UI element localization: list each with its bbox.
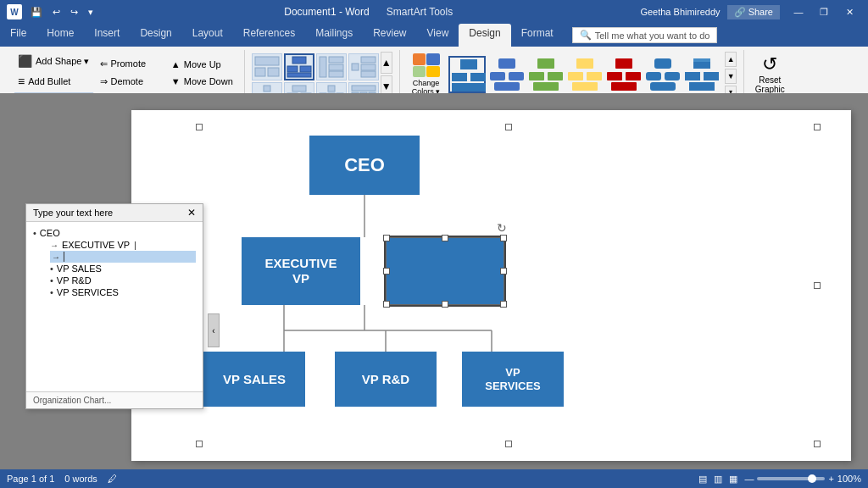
smartart-style-7[interactable] — [682, 56, 720, 93]
tab-home[interactable]: Home — [36, 24, 84, 47]
tab-view[interactable]: View — [417, 24, 459, 47]
arrow-empty: → — [52, 252, 60, 262]
tab-mailings[interactable]: Mailings — [305, 24, 363, 47]
reset-graphic-btn[interactable]: ↺ ResetGraphic — [751, 52, 788, 96]
layout-item-1[interactable] — [252, 53, 282, 80]
text-pane-item-empty[interactable]: → — [50, 251, 196, 263]
tell-me-input[interactable]: 🔍 Tell me what you want to do — [572, 27, 718, 43]
smartart-style-4[interactable] — [565, 56, 603, 93]
text-cursor-exec-vp: | — [134, 240, 136, 250]
vp-rd-box[interactable]: VP R&D — [335, 352, 437, 407]
tab-smartart-design[interactable]: Design — [459, 24, 510, 47]
maximize-btn[interactable]: ❐ — [812, 3, 836, 20]
svg-rect-60 — [685, 72, 700, 80]
handle-bottom[interactable] — [505, 441, 512, 447]
arrow-exec-vp: → — [50, 241, 58, 250]
promote-btn[interactable]: ⇐ Promote — [96, 56, 165, 72]
selected-box[interactable]: ↻ — [386, 237, 504, 305]
add-bullet-btn[interactable]: ≡ Add Bullet — [14, 72, 94, 91]
sel-handle-bm[interactable] — [442, 301, 448, 308]
handle-top[interactable] — [505, 124, 512, 130]
vp-sales-box[interactable]: VP SALES — [203, 352, 305, 407]
tab-file[interactable]: File — [0, 24, 36, 47]
handle-right[interactable] — [814, 282, 821, 289]
svg-rect-7 — [320, 57, 326, 77]
layouts-scroll-up[interactable]: ▲ — [381, 52, 392, 74]
text-pane-item-vp-services: • VP SERVICES — [50, 286, 196, 298]
move-down-btn[interactable]: ▼ Move Down — [167, 74, 237, 89]
undo-qat-btn[interactable]: ↩ — [49, 5, 64, 19]
view-btn-read[interactable]: ▤ — [698, 474, 707, 485]
sel-handle-tm[interactable] — [442, 235, 448, 241]
text-pane-title: Type your text here — [33, 208, 113, 218]
svg-rect-50 — [572, 82, 598, 91]
bullet-vp-services: • — [50, 287, 53, 297]
sel-handle-br[interactable] — [500, 301, 507, 308]
tab-design[interactable]: Design — [130, 24, 181, 47]
smartart-style-2[interactable] — [487, 56, 525, 93]
redo-qat-btn[interactable]: ↪ — [67, 5, 81, 19]
vp-services-text: VP SERVICES — [57, 287, 119, 297]
zoom-out-btn[interactable]: — — [744, 474, 754, 484]
zoom-in-btn[interactable]: + — [828, 474, 833, 484]
tab-layout[interactable]: Layout — [182, 24, 233, 47]
sel-handle-bl[interactable] — [383, 301, 390, 308]
exec-vp-box[interactable]: EXECUTIVEVP — [242, 237, 360, 305]
ceo-box[interactable]: CEO — [309, 136, 420, 195]
handle-tr[interactable] — [814, 124, 821, 130]
add-shape-btn[interactable]: ⬛ Add Shape ▾ — [14, 52, 94, 70]
smartart-diagram[interactable]: CEO EXECUTIVEVP ↻ VP — [199, 127, 817, 444]
smartart-style-3[interactable] — [526, 56, 564, 93]
svg-rect-53 — [626, 72, 641, 80]
svg-rect-13 — [361, 64, 376, 70]
styles-scroll-up[interactable]: ▲ — [725, 52, 737, 67]
word-count: 0 words — [64, 474, 97, 484]
move-up-btn[interactable]: ▲ Move Up — [167, 57, 237, 72]
text-pane-body[interactable]: • CEO → EXECUTIVE VP | → • VP SALES • — [26, 222, 203, 391]
sel-handle-tl[interactable] — [383, 235, 390, 241]
change-colors-btn[interactable]: ChangeColors ▾ — [407, 52, 446, 97]
zoom-slider[interactable] — [757, 477, 825, 480]
handle-br[interactable] — [814, 441, 821, 447]
styles-scroll-down[interactable]: ▼ — [725, 69, 737, 84]
qat-dropdown[interactable]: ▾ — [85, 5, 97, 19]
text-pane-close-btn[interactable]: ✕ — [187, 207, 196, 219]
smartart-style-6[interactable] — [643, 56, 681, 93]
add-bullet-label: Add Bullet — [28, 76, 70, 86]
layout-item-4[interactable] — [348, 53, 379, 80]
sel-handle-mr[interactable] — [500, 268, 507, 274]
collapse-pane-btn[interactable]: ‹ — [208, 313, 220, 347]
smartart-style-5[interactable] — [604, 56, 642, 93]
share-btn[interactable]: 🔗 Share — [727, 5, 780, 19]
svg-rect-10 — [329, 71, 343, 77]
demote-label: Demote — [111, 76, 144, 86]
page-info: Page 1 of 1 — [7, 474, 54, 484]
vp-services-box[interactable]: VPSERVICES — [462, 352, 564, 407]
layout-item-3[interactable] — [316, 53, 347, 80]
handle-tl[interactable] — [196, 124, 203, 130]
svg-rect-35 — [460, 59, 477, 69]
tab-references[interactable]: References — [233, 24, 305, 47]
title-bar: W 💾 ↩ ↪ ▾ Document1 - Word SmartArt Tool… — [0, 0, 868, 24]
tab-smartart-format[interactable]: Format — [511, 24, 564, 47]
bullet-vp-sales: • — [50, 263, 53, 274]
view-btn-print[interactable]: ▥ — [714, 474, 722, 485]
demote-btn[interactable]: ⇒ Demote — [96, 74, 165, 90]
svg-rect-55 — [654, 58, 671, 69]
svg-rect-9 — [329, 64, 343, 70]
sel-handle-ml[interactable] — [383, 268, 390, 274]
close-btn[interactable]: ✕ — [837, 3, 861, 20]
svg-rect-41 — [509, 72, 524, 80]
tab-insert[interactable]: Insert — [84, 24, 130, 47]
sel-handle-tr[interactable] — [500, 235, 507, 241]
layout-item-2[interactable] — [284, 53, 314, 80]
save-qat-btn[interactable]: 💾 — [27, 5, 46, 19]
svg-rect-46 — [533, 82, 559, 91]
view-btn-web[interactable]: ▦ — [729, 474, 737, 485]
tab-review[interactable]: Review — [363, 24, 416, 47]
minimize-btn[interactable]: — — [787, 3, 810, 20]
user-name: Geetha Bhimireddy — [640, 7, 720, 17]
handle-bl[interactable] — [196, 441, 203, 447]
rotate-handle[interactable]: ↻ — [497, 221, 507, 235]
smartart-style-1[interactable] — [448, 56, 486, 93]
